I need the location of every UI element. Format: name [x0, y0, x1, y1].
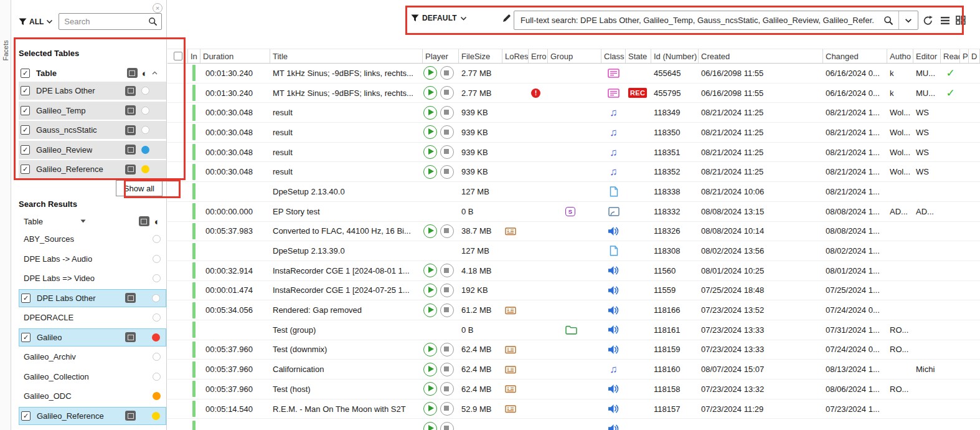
- select-all-checkbox[interactable]: [174, 52, 182, 60]
- checkbox-checked[interactable]: ✓: [21, 86, 30, 95]
- facet-table-item[interactable]: ✓Galileo_Review: [19, 141, 166, 159]
- stop-button[interactable]: [440, 422, 454, 430]
- stop-button[interactable]: [440, 382, 454, 396]
- column-header-p[interactable]: P: [960, 49, 969, 63]
- selected-tables-header[interactable]: ✓ Table ◐: [19, 64, 166, 82]
- list-view-icon[interactable]: [940, 16, 950, 25]
- facets-panel-tab[interactable]: Facets: [0, 0, 11, 430]
- contrast-half-circle-icon[interactable]: ◐: [154, 217, 160, 226]
- table-row[interactable]: 00:00:30.048result939 KB♫11835108/21/202…: [167, 143, 980, 163]
- column-header-read[interactable]: Read: [941, 49, 960, 63]
- table-row[interactable]: 00:05:37.960Californication62.4 MB♫11816…: [167, 360, 980, 380]
- checkbox-checked[interactable]: ✓: [21, 106, 30, 115]
- table-row[interactable]: Test (group)0 B11816107/23/2024 13:3307/…: [167, 320, 980, 340]
- table-row[interactable]: 00:00:32.914InstaRecorder CGE 1 [2024-08…: [167, 261, 980, 281]
- play-button[interactable]: [423, 284, 437, 297]
- stop-button[interactable]: [440, 363, 454, 376]
- table-row[interactable]: 00:05:37.960Test (host)62.4 MB11815807/2…: [167, 380, 980, 399]
- facet-table-item[interactable]: Galileo_ODC: [19, 387, 166, 405]
- column-header-sel[interactable]: [169, 49, 188, 63]
- table-row[interactable]: 00:01:30.240MT 1kHz Sinus; -9dBFS; links…: [167, 84, 980, 103]
- play-button[interactable]: [423, 165, 437, 179]
- table-row[interactable]: 00:05:34.056Rendered: Gap removed61.2 MB…: [167, 300, 980, 320]
- facet-table-item[interactable]: ✓DPE Labs Other: [19, 289, 166, 307]
- column-header-duration[interactable]: Duration: [200, 49, 270, 63]
- dropdown-caret-icon[interactable]: [80, 219, 86, 223]
- table-row[interactable]: [167, 419, 980, 430]
- facet-table-item[interactable]: ✓Galileo_Reference: [19, 407, 166, 425]
- column-header-error[interactable]: Erro: [529, 49, 548, 63]
- edit-pencil-icon[interactable]: [502, 13, 512, 23]
- fulltext-search-input[interactable]: [514, 16, 879, 25]
- stop-button[interactable]: [440, 402, 454, 416]
- facet-table-item[interactable]: ✓Galileo_Temp: [19, 102, 166, 120]
- column-header-lores[interactable]: LoRes: [502, 49, 529, 63]
- search-results-header[interactable]: Table ◐: [19, 213, 166, 230]
- play-button[interactable]: [423, 264, 437, 277]
- checkbox-checked[interactable]: ✓: [21, 125, 30, 135]
- facet-table-item[interactable]: ✓DPE Labs Other: [19, 82, 166, 100]
- table-row[interactable]: DpeSetup 2.13.40.0127 MB11833808/21/2024…: [167, 182, 980, 202]
- column-header-class[interactable]: Class: [601, 49, 626, 63]
- search-icon[interactable]: [883, 16, 893, 26]
- column-header-changed[interactable]: Changed: [823, 49, 887, 63]
- play-button[interactable]: [423, 422, 437, 430]
- column-header-created[interactable]: Created: [699, 49, 823, 63]
- play-button[interactable]: [423, 106, 437, 120]
- facet-table-item[interactable]: Galileo_Collection: [19, 368, 166, 386]
- table-row[interactable]: DpeSetup 2.13.39.0127 MB11830808/02/2024…: [167, 241, 980, 261]
- checkbox-checked[interactable]: ✓: [21, 411, 31, 421]
- play-button[interactable]: [423, 125, 437, 139]
- stop-button[interactable]: [440, 264, 454, 277]
- facet-table-item[interactable]: ✓Galileo_Reference: [19, 160, 166, 178]
- table-row[interactable]: 00:00:30.048result939 KB♫11835008/21/202…: [167, 123, 980, 143]
- checkbox-checked[interactable]: ✓: [21, 333, 31, 342]
- column-header-in[interactable]: In: [188, 49, 200, 63]
- stop-button[interactable]: [440, 66, 454, 80]
- facet-table-item[interactable]: ✓Galileo: [19, 328, 166, 346]
- facet-table-item[interactable]: ✓Gauss_ncsStatic: [19, 121, 166, 139]
- stop-button[interactable]: [440, 303, 454, 317]
- table-row[interactable]: 00:00:00.000EP Story test0 BS11833208/08…: [167, 202, 980, 222]
- facet-table-item[interactable]: DPE Labs -> Audio: [19, 250, 166, 268]
- column-header-editor[interactable]: Editor: [913, 49, 941, 63]
- table-row[interactable]: 00:00:30.048result939 KB♫11834908/21/202…: [167, 103, 980, 123]
- stop-button[interactable]: [440, 145, 454, 159]
- preset-filter-dropdown[interactable]: DEFAULT: [411, 14, 467, 22]
- column-header-player[interactable]: Player: [423, 49, 459, 63]
- play-button[interactable]: [423, 66, 437, 80]
- facet-filter-dropdown[interactable]: ALL: [19, 17, 53, 26]
- checkbox-checked[interactable]: ✓: [21, 69, 30, 78]
- column-header-group[interactable]: Group: [548, 49, 601, 63]
- refresh-icon[interactable]: [923, 16, 933, 26]
- column-header-title[interactable]: Title: [270, 49, 423, 63]
- stop-button[interactable]: [440, 106, 454, 120]
- grid-view-icon[interactable]: [956, 16, 966, 25]
- play-button[interactable]: [423, 402, 437, 416]
- stop-button[interactable]: [440, 86, 454, 100]
- checkbox-checked[interactable]: ✓: [21, 145, 30, 155]
- play-button[interactable]: [423, 343, 437, 356]
- stop-button[interactable]: [440, 284, 454, 297]
- play-button[interactable]: [423, 224, 437, 238]
- table-row[interactable]: 00:00:01.474InstaRecorder CGE 1 [2024-07…: [167, 281, 980, 301]
- search-icon[interactable]: [148, 17, 158, 26]
- table-row[interactable]: 00:05:37.983Converted to FLAC, 44100 Hz,…: [167, 222, 980, 242]
- chevron-down-icon[interactable]: [905, 18, 912, 23]
- table-row[interactable]: 00:01:30.240MT 1kHz Sinus; -9dBFS; links…: [167, 64, 980, 84]
- table-row[interactable]: 00:05:37.960Test (downmix)62.4 MB1181590…: [167, 340, 980, 360]
- facet-table-item[interactable]: DPE Labs => Video: [19, 269, 166, 287]
- column-header-d[interactable]: D: [969, 49, 980, 63]
- play-button[interactable]: [423, 145, 437, 159]
- facet-search-input[interactable]: [59, 17, 148, 26]
- facet-table-item[interactable]: Galileo_Archiv: [19, 348, 166, 366]
- column-header-filesize[interactable]: FileSize: [459, 49, 502, 63]
- stop-button[interactable]: [440, 224, 454, 238]
- stop-button[interactable]: [440, 165, 454, 179]
- stop-button[interactable]: [440, 125, 454, 139]
- stop-button[interactable]: [440, 343, 454, 356]
- column-header-id[interactable]: Id (Number): [651, 49, 699, 63]
- close-icon[interactable]: ×: [153, 3, 163, 13]
- table-row[interactable]: 00:05:14.540R.E.M. - Man On The Moon wit…: [167, 399, 980, 419]
- facet-table-item[interactable]: DPEORACLE: [19, 308, 166, 327]
